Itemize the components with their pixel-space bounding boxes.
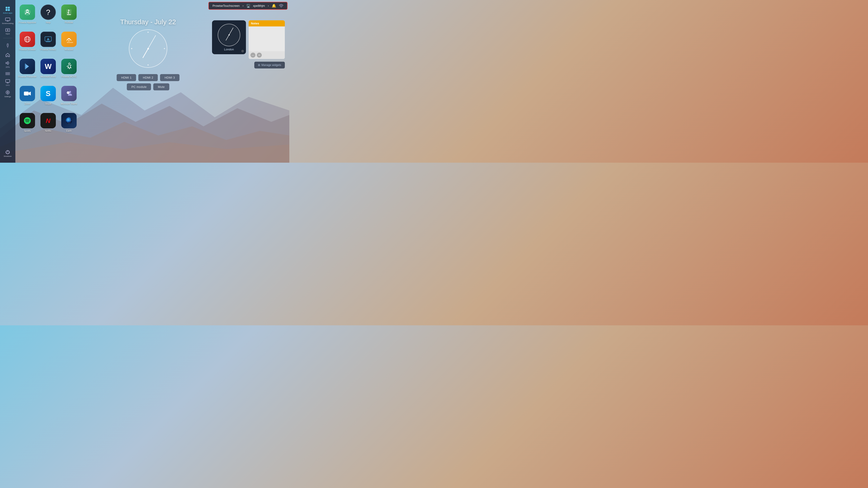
svg-rect-7 <box>6 9 7 11</box>
sidebar-label-shutdown: Shutdown <box>4 155 12 157</box>
sidebar-item-pen[interactable] <box>1 41 14 49</box>
svg-rect-6 <box>8 7 10 8</box>
ops-icon <box>5 79 10 84</box>
wifi-icon <box>279 4 283 8</box>
svg-text:T: T <box>67 92 69 94</box>
app-icon-reflect <box>40 32 56 47</box>
hdmi1-button[interactable]: HDMI 1 <box>117 74 136 81</box>
widget-hour-hand <box>225 35 229 40</box>
sidebar-item-ops[interactable]: OPS <box>1 77 14 87</box>
svg-text:N: N <box>46 117 51 124</box>
app-label-appstore: Prowise Appstore <box>19 21 36 24</box>
svg-rect-9 <box>5 18 10 21</box>
svg-point-23 <box>7 92 8 93</box>
widget-settings-icon[interactable]: ⚙ <box>241 49 244 53</box>
active-apps-icon <box>5 6 10 11</box>
svg-marker-38 <box>26 64 29 69</box>
date-label: Thursday - July 22 <box>120 18 176 26</box>
sidebar-label-settings: Settings <box>4 96 11 98</box>
monitor-icon: 🖥️ <box>246 4 250 8</box>
clock-hour-hand <box>143 48 149 58</box>
notes-delete-button[interactable]: — <box>250 53 255 58</box>
app-item-word[interactable]: W Microsoft Word <box>39 59 57 84</box>
svg-rect-20 <box>6 79 10 83</box>
input-buttons: HDMI 1 HDMI 2 HDMI 3 PC module Mute <box>117 74 180 90</box>
sidebar-label-input: Input <box>6 33 10 35</box>
app-item-spotify[interactable]: Spotify <box>18 113 37 138</box>
widgets-icon: ⊞ <box>258 64 260 67</box>
app-item-appstore[interactable]: Prowise Appstore <box>18 4 37 29</box>
manage-widgets-button[interactable]: ⊞ Manage widgets <box>254 62 285 68</box>
sidebar-label-active-apps: Active apps <box>3 12 12 14</box>
svg-marker-16 <box>6 61 8 65</box>
app-item-netflix[interactable]: N Netflix <box>39 113 57 138</box>
svg-point-4 <box>281 7 281 7</box>
notes-edit-button[interactable]: ✏ <box>257 53 262 58</box>
sidebar-item-home[interactable] <box>1 51 14 58</box>
hdmi3-button[interactable]: HDMI 3 <box>160 74 180 81</box>
app-item-move[interactable]: Prowise MOVE <box>60 59 78 84</box>
menu-icon <box>5 72 10 75</box>
app-item-reflect[interactable]: Prowise Reflect <box>39 32 57 57</box>
input-row-2: PC module Mute <box>127 84 169 90</box>
clock-area: Thursday - July 22 HDMI 1 HDMI 2 HDMI 3 … <box>79 18 217 90</box>
app-label-move: Prowise MOVE <box>61 75 76 78</box>
app-item-pronote[interactable]: ProNote <box>60 4 78 29</box>
app-grid: Prowise Appstore ? Help ProNote <box>18 4 78 138</box>
sidebar-label-volume: 20% <box>6 66 10 68</box>
sidebar-label-screencasting: Screencasting <box>2 22 13 24</box>
app-icon-browser <box>20 32 35 47</box>
device-name: ProwiseTouchscreen <box>213 4 240 7</box>
app-label-teams: Microsoft Teams <box>61 103 77 105</box>
sidebar-item-menu[interactable] <box>1 70 14 76</box>
app-label-skype: Skype <box>45 103 51 105</box>
notes-widget[interactable]: Notes — ✏ <box>249 20 285 59</box>
volume-icon <box>5 61 10 65</box>
sidebar-item-active-apps[interactable]: Active apps <box>1 4 14 15</box>
app-icon-word: W <box>40 59 56 74</box>
app-label-pronote: ProNote <box>65 21 73 24</box>
svg-point-36 <box>68 40 70 41</box>
notes-header: Notes <box>249 20 285 26</box>
app-item-browser[interactable]: Prowise Browser <box>18 32 37 57</box>
sidebar-item-screencasting[interactable]: Screencasting <box>1 16 14 25</box>
hdmi2-button[interactable]: HDMI 2 <box>138 74 158 81</box>
app-label-presenter: Prowise Presenter <box>18 75 37 78</box>
app-item-zoom[interactable]: Zoom <box>18 86 37 111</box>
bell-icon[interactable]: 🔔 <box>272 4 276 8</box>
svg-rect-5 <box>6 7 7 8</box>
app-item-teams[interactable]: T Microsoft Teams <box>60 86 78 111</box>
app-item-presenter[interactable]: Prowise Presenter <box>18 59 37 84</box>
mute-button[interactable]: Mute <box>153 84 169 90</box>
sidebar-item-settings[interactable]: Settings <box>1 88 14 98</box>
manage-widgets-label: Manage widgets <box>261 64 281 67</box>
sidebar-item-shutdown[interactable]: Shutdown <box>1 148 14 158</box>
widget-row: London ⚙ Notes — ✏ <box>212 20 285 59</box>
app-label-browser: Prowise Browser <box>19 48 36 51</box>
sidebar-item-volume[interactable]: 20% <box>1 59 14 69</box>
app-item-earth[interactable]: Earth <box>60 113 78 138</box>
app-item-help[interactable]: ? Help <box>39 4 57 29</box>
sidebar-item-input[interactable]: Input <box>1 26 14 36</box>
app-item-miracast[interactable]: Miracast Miracast <box>60 32 78 57</box>
app-item-skype[interactable]: S Skype <box>39 86 57 111</box>
svg-rect-8 <box>8 9 10 11</box>
pc-module-button[interactable]: PC module <box>127 84 151 90</box>
pen-icon <box>6 43 9 48</box>
app-label-help: Help <box>46 21 51 24</box>
app-icon-move <box>61 59 76 74</box>
london-clock-widget[interactable]: London ⚙ <box>212 20 246 54</box>
app-label-word: Microsoft Word <box>40 75 56 78</box>
widget-clock-face <box>218 24 240 46</box>
app-icon-teams: T <box>61 86 76 101</box>
app-label-netflix: Netflix <box>45 130 51 132</box>
app-icon-skype: S <box>40 86 56 101</box>
app-icon-earth <box>61 113 76 128</box>
dot-separator-2: ● <box>268 4 269 7</box>
input-row-1: HDMI 1 HDMI 2 HDMI 3 <box>117 74 180 81</box>
shutdown-icon <box>5 150 10 155</box>
app-icon-help: ? <box>40 4 56 20</box>
notes-title: Notes <box>251 22 259 25</box>
notes-body[interactable] <box>249 26 285 51</box>
svg-point-28 <box>27 9 28 11</box>
